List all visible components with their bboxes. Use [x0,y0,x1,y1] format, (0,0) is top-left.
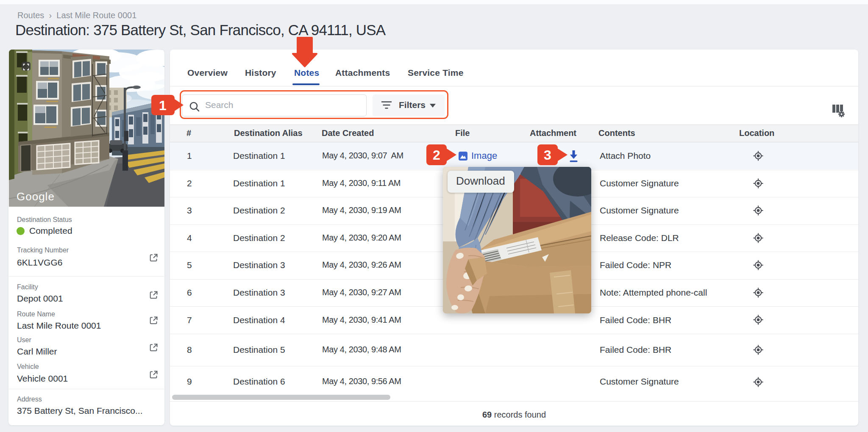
svg-text:3: 3 [544,147,551,163]
svg-text:1: 1 [159,98,167,113]
svg-text:2: 2 [433,147,440,163]
svg-text:Google: Google [17,190,55,203]
